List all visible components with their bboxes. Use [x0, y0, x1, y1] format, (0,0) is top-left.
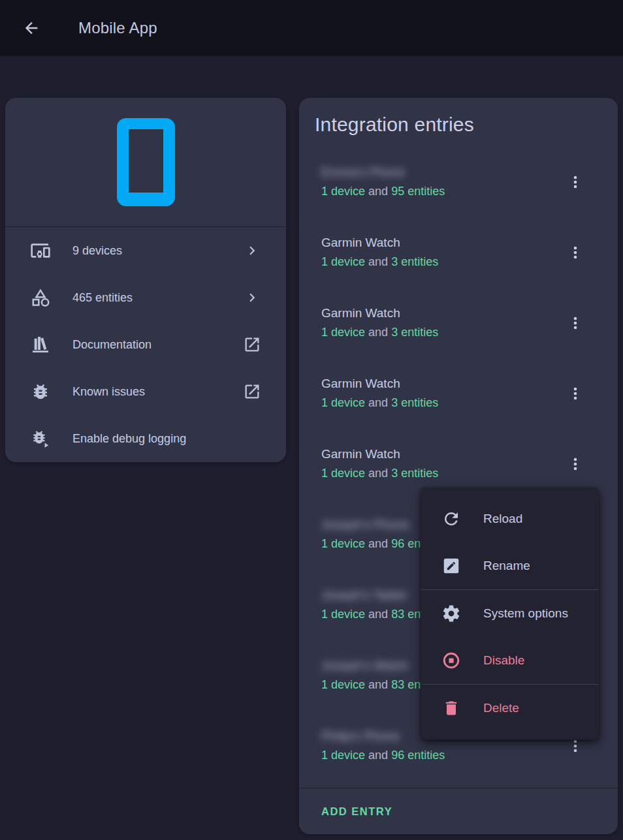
integration-entry[interactable]: Garmin Watch 1 device and 3 entities — [299, 362, 618, 432]
menu-item-reload[interactable]: Reload — [421, 495, 599, 542]
info-link-label: Enable debug logging — [72, 432, 243, 446]
entries-card-title: Integration entries — [315, 111, 618, 138]
info-link-label: Known issues — [72, 385, 243, 399]
entry-devices-link[interactable]: 1 device — [321, 255, 365, 268]
info-link-devices[interactable]: 9 devices — [5, 227, 286, 274]
entry-name: Garmin Watch — [321, 235, 566, 251]
bookshelf-icon — [30, 334, 51, 355]
integration-entry[interactable]: Emma's Phone 1 device and 95 entities — [299, 150, 618, 221]
entry-entities-link[interactable]: 95 entities — [391, 185, 445, 198]
entry-name: Joseph's Tablet — [321, 587, 406, 603]
integration-entry[interactable]: Garmin Watch 1 device and 3 entities — [299, 221, 618, 291]
entry-entities-link[interactable]: 96 entities — [391, 749, 445, 762]
info-link-debug-logging[interactable]: Enable debug logging — [5, 415, 286, 462]
arrow-left-icon — [22, 19, 40, 37]
entry-menu-button[interactable] — [566, 243, 584, 262]
menu-item-label: Rename — [483, 559, 530, 573]
reload-icon — [441, 509, 461, 529]
integration-info-card: 9 devices 465 entities Documentation Kno… — [5, 98, 286, 462]
entry-summary: 1 device and 3 entities — [321, 465, 566, 482]
entry-devices-link[interactable]: 1 device — [321, 608, 365, 621]
dots-vertical-icon — [566, 384, 584, 403]
entry-name: Garmin Watch — [321, 376, 566, 392]
info-link-documentation[interactable]: Documentation — [5, 321, 286, 368]
entry-name: Garmin Watch — [321, 446, 566, 462]
entry-summary: 1 device and 96 entities — [321, 747, 566, 764]
cog-icon — [441, 604, 461, 623]
info-link-label: 465 entities — [72, 291, 243, 305]
stop-circle-icon — [441, 651, 461, 670]
entry-entities-link[interactable]: 3 entities — [391, 326, 438, 339]
entry-entities-link[interactable]: 3 entities — [391, 467, 438, 480]
menu-item-label: Disable — [483, 653, 524, 668]
entry-devices-link[interactable]: 1 device — [321, 185, 365, 198]
back-button[interactable] — [16, 12, 47, 44]
entry-name: Emma's Phone — [321, 164, 405, 180]
menu-item-delete[interactable]: Delete — [421, 685, 599, 732]
entry-devices-link[interactable]: 1 device — [321, 678, 365, 691]
delete-icon — [441, 698, 461, 718]
menu-item-label: Reload — [483, 512, 522, 526]
chevron-right-icon — [243, 288, 261, 307]
page-title: Mobile App — [78, 19, 157, 37]
menu-item-label: Delete — [483, 701, 519, 715]
menu-item-label: System options — [483, 606, 568, 621]
entry-devices-link[interactable]: 1 device — [321, 326, 365, 339]
info-link-known-issues[interactable]: Known issues — [5, 368, 286, 415]
menu-item-disable[interactable]: Disable — [421, 637, 599, 684]
entry-summary: 1 device and 3 entities — [321, 253, 566, 270]
entry-devices-link[interactable]: 1 device — [321, 749, 365, 762]
integration-icon-area — [5, 98, 286, 226]
entry-devices-link[interactable]: 1 device — [321, 537, 365, 550]
info-link-entities[interactable]: 465 entities — [5, 274, 286, 321]
entry-context-menu: Reload Rename System options Disable Del… — [421, 488, 599, 739]
chevron-right-icon — [243, 241, 261, 260]
info-link-label: Documentation — [72, 338, 243, 352]
entry-entities-link[interactable]: 3 entities — [391, 396, 438, 409]
dots-vertical-icon — [566, 243, 584, 262]
entry-menu-button[interactable] — [566, 173, 584, 191]
entry-devices-link[interactable]: 1 device — [321, 396, 365, 409]
entry-menu-button[interactable] — [566, 737, 584, 755]
info-link-label: 9 devices — [72, 244, 243, 258]
pencil-box-icon — [441, 556, 461, 576]
dots-vertical-icon — [566, 314, 584, 332]
entry-entities-link[interactable]: 3 entities — [391, 255, 438, 268]
entry-summary: 1 device and 95 entities — [321, 183, 566, 200]
entry-name: Joseph's Phone — [321, 517, 409, 533]
entry-menu-button[interactable] — [566, 455, 584, 473]
devices-icon — [30, 240, 51, 261]
entry-summary: 1 device and 3 entities — [321, 324, 566, 341]
bug-play-icon — [30, 428, 51, 449]
add-entry-button[interactable]: ADD ENTRY — [321, 805, 392, 818]
dots-vertical-icon — [566, 173, 584, 191]
menu-item-system-options[interactable]: System options — [421, 590, 599, 637]
integration-entry[interactable]: Garmin Watch 1 device and 3 entities — [299, 291, 618, 362]
entries-card-footer: ADD ENTRY — [299, 788, 618, 834]
entry-devices-link[interactable]: 1 device — [321, 467, 365, 480]
app-bar: Mobile App — [0, 0, 623, 56]
menu-item-rename[interactable]: Rename — [421, 542, 599, 589]
bug-icon — [30, 381, 51, 402]
entry-menu-button[interactable] — [566, 314, 584, 332]
entry-name: Philip's Phone — [321, 728, 400, 744]
open-in-new-icon — [243, 335, 261, 354]
entry-menu-button[interactable] — [566, 384, 584, 403]
dots-vertical-icon — [566, 455, 584, 473]
shapes-icon — [30, 287, 51, 308]
dots-vertical-icon — [566, 737, 584, 755]
entry-name: Garmin Watch — [321, 305, 566, 321]
open-in-new-icon — [243, 382, 261, 401]
entry-name: Joseph's Watch — [321, 658, 408, 674]
cellphone-icon — [117, 118, 175, 206]
entry-summary: 1 device and 3 entities — [321, 394, 566, 411]
